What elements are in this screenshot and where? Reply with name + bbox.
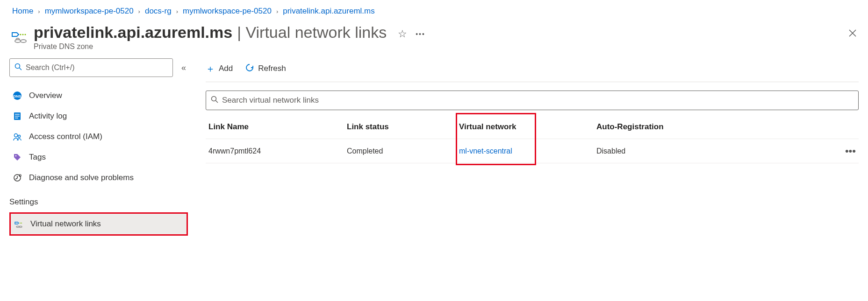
svg-point-12 bbox=[14, 134, 18, 137]
vnet-links-table: Link Name Link status Virtual network Au… bbox=[206, 115, 859, 163]
cell-virtual-network-link[interactable]: ml-vnet-scentral bbox=[459, 147, 512, 155]
overview-icon: DNS bbox=[12, 91, 22, 101]
svg-rect-11 bbox=[15, 118, 18, 119]
svg-rect-10 bbox=[15, 116, 20, 117]
activity-log-icon bbox=[12, 111, 22, 121]
dns-zone-icon bbox=[9, 26, 30, 47]
page-header: privatelink.api.azureml.ms | Virtual net… bbox=[9, 21, 859, 56]
sidebar-item-label: Overview bbox=[29, 91, 62, 100]
page-title: privatelink.api.azureml.ms | Virtual net… bbox=[34, 23, 387, 42]
svg-point-4 bbox=[21, 40, 26, 42]
breadcrumb-rg[interactable]: docs-rg bbox=[145, 7, 172, 16]
sidebar-item-label: Virtual network links bbox=[30, 219, 101, 229]
svg-point-21 bbox=[212, 97, 216, 101]
sidebar-item-label: Access control (IAM) bbox=[29, 132, 102, 141]
search-icon bbox=[14, 63, 22, 72]
breadcrumb-workspace1[interactable]: mymlworkspace-pe-0520 bbox=[45, 7, 134, 16]
cell-auto-registration: Disabled bbox=[596, 147, 837, 155]
svg-point-1 bbox=[22, 34, 24, 35]
search-icon bbox=[211, 96, 218, 105]
filter-search-input[interactable] bbox=[222, 96, 854, 105]
sidebar-search-input[interactable] bbox=[26, 63, 168, 72]
sidebar-item-virtual-network-links[interactable]: Virtual network links bbox=[11, 214, 187, 234]
sidebar-item-label: Activity log bbox=[29, 112, 67, 121]
breadcrumb-home[interactable]: Home bbox=[12, 7, 33, 16]
sidebar-item-label: Diagnose and solve problems bbox=[29, 173, 134, 182]
svg-point-17 bbox=[20, 223, 21, 224]
diagnose-icon bbox=[12, 173, 22, 183]
sidebar-section-settings: Settings bbox=[9, 188, 188, 210]
sidebar: « DNS Overview Activity log Access contr… bbox=[9, 58, 188, 236]
svg-point-5 bbox=[15, 64, 20, 69]
chevron-right-icon: › bbox=[138, 8, 140, 15]
svg-point-19 bbox=[16, 226, 19, 228]
chevron-right-icon: › bbox=[38, 8, 40, 15]
sidebar-item-label: Tags bbox=[29, 153, 46, 162]
sidebar-item-diagnose[interactable]: Diagnose and solve problems bbox=[9, 168, 188, 188]
page-subtitle: Private DNS zone bbox=[34, 42, 387, 51]
virtual-network-links-icon bbox=[14, 219, 24, 229]
favorite-star-icon[interactable]: ☆ bbox=[398, 28, 407, 40]
add-button[interactable]: ＋ Add bbox=[206, 63, 233, 75]
sidebar-item-overview[interactable]: DNS Overview bbox=[9, 85, 188, 106]
more-actions-icon[interactable]: ••• bbox=[416, 30, 425, 38]
row-more-actions-icon[interactable]: ••• bbox=[837, 145, 856, 157]
main-content: ＋ Add Refresh Link Name Link stat bbox=[188, 58, 859, 236]
table-header-row: Link Name Link status Virtual network Au… bbox=[206, 115, 859, 139]
breadcrumb-current[interactable]: privatelink.api.azureml.ms bbox=[283, 7, 375, 16]
svg-point-14 bbox=[15, 155, 17, 157]
svg-point-20 bbox=[19, 226, 22, 228]
sidebar-item-activity-log[interactable]: Activity log bbox=[9, 106, 188, 126]
access-control-icon bbox=[12, 132, 22, 142]
refresh-icon bbox=[245, 63, 254, 75]
svg-text:DNS: DNS bbox=[14, 94, 22, 98]
sidebar-search[interactable] bbox=[9, 58, 173, 77]
breadcrumb-workspace2[interactable]: mymlworkspace-pe-0520 bbox=[183, 7, 272, 16]
page-title-strong: privatelink.api.azureml.ms bbox=[34, 23, 232, 42]
svg-point-18 bbox=[21, 223, 22, 224]
filter-search[interactable] bbox=[206, 91, 859, 110]
refresh-button[interactable]: Refresh bbox=[245, 63, 286, 75]
page-title-section: | Virtual network links bbox=[234, 23, 387, 42]
svg-point-2 bbox=[25, 34, 26, 35]
chevron-right-icon: › bbox=[276, 8, 278, 15]
col-header-link-status[interactable]: Link status bbox=[347, 122, 459, 132]
sidebar-item-access-control[interactable]: Access control (IAM) bbox=[9, 126, 188, 147]
table-row[interactable]: 4rwwn7pmtl624 Completed ml-vnet-scentral… bbox=[206, 139, 859, 163]
svg-point-13 bbox=[18, 135, 21, 138]
breadcrumb: Home › mymlworkspace-pe-0520 › docs-rg ›… bbox=[9, 4, 859, 21]
col-header-link-name[interactable]: Link Name bbox=[208, 122, 347, 132]
sidebar-item-tags[interactable]: Tags bbox=[9, 147, 188, 168]
close-button[interactable] bbox=[848, 28, 859, 40]
col-header-auto-registration[interactable]: Auto-Registration bbox=[596, 122, 837, 132]
tags-icon bbox=[12, 152, 22, 162]
col-header-virtual-network[interactable]: Virtual network bbox=[459, 115, 596, 139]
svg-rect-9 bbox=[15, 114, 20, 115]
chevron-right-icon: › bbox=[176, 8, 178, 15]
collapse-sidebar-icon[interactable]: « bbox=[179, 63, 188, 73]
plus-icon: ＋ bbox=[206, 63, 215, 75]
command-bar: ＋ Add Refresh bbox=[206, 58, 859, 79]
svg-point-0 bbox=[20, 34, 22, 35]
cell-link-status: Completed bbox=[347, 147, 459, 155]
cell-link-name: 4rwwn7pmtl624 bbox=[208, 147, 347, 155]
